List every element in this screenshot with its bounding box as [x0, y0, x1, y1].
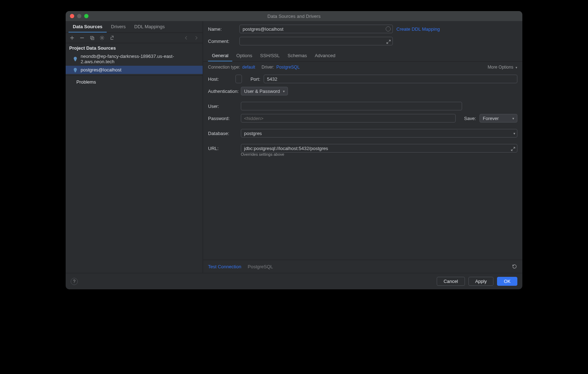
- authentication-select[interactable]: User & Password ▾: [241, 87, 288, 95]
- chevron-down-icon: ▾: [512, 116, 514, 120]
- tab-drivers[interactable]: Drivers: [107, 21, 130, 33]
- dialog-footer: ? Cancel Apply OK: [66, 273, 522, 289]
- tab-data-sources[interactable]: Data Sources: [69, 21, 107, 33]
- comment-label: Comment:: [208, 39, 236, 44]
- more-options-link[interactable]: More Options ▾: [488, 65, 517, 70]
- duplicate-icon[interactable]: [89, 35, 95, 41]
- revert-icon[interactable]: [512, 264, 517, 269]
- user-label: User:: [208, 104, 237, 109]
- comment-input[interactable]: [239, 37, 393, 45]
- project-data-sources-header: Project Data Sources: [66, 43, 203, 52]
- sidebar-toolbar: [66, 33, 203, 43]
- svg-rect-0: [91, 36, 93, 39]
- url-note: Overrides settings above: [241, 152, 517, 156]
- tab-ssh-ssl[interactable]: SSH/SSL: [256, 50, 284, 61]
- tab-general[interactable]: General: [208, 50, 232, 61]
- form-header: Name: Create DDL Mapping Comment:: [203, 21, 522, 49]
- save-select[interactable]: Forever ▾: [480, 114, 517, 123]
- dialog-body: Data Sources Drivers DDL Mappings Projec…: [66, 21, 522, 273]
- remove-icon[interactable]: [79, 35, 85, 41]
- url-input[interactable]: [241, 144, 517, 153]
- export-icon[interactable]: [109, 35, 115, 41]
- problems-section[interactable]: Problems: [66, 75, 203, 86]
- chevron-down-icon: ▾: [283, 89, 285, 93]
- help-icon[interactable]: ?: [71, 278, 78, 285]
- apply-button[interactable]: Apply: [468, 277, 494, 286]
- user-input[interactable]: [241, 102, 462, 110]
- data-source-label: postgres@localhost: [81, 67, 121, 73]
- password-label: Password:: [208, 116, 237, 121]
- data-source-label: neondb@ep-fancy-darkness-189637.us-east-…: [81, 54, 199, 64]
- status-bar: Test Connection PostgreSQL: [203, 260, 522, 273]
- expand-icon[interactable]: [386, 39, 391, 43]
- name-label: Name:: [208, 26, 236, 32]
- svg-point-2: [101, 37, 103, 39]
- authentication-label: Authentication:: [208, 89, 237, 94]
- postgres-icon: [73, 68, 78, 73]
- sidebar: Data Sources Drivers DDL Mappings Projec…: [66, 21, 203, 273]
- config-tabs: General Options SSH/SSL Schemas Advanced: [203, 50, 522, 62]
- form-body: Host: Port: Authentication: User & Passw…: [203, 73, 522, 156]
- save-label: Save:: [464, 116, 476, 121]
- minimize-window-icon[interactable]: [77, 14, 81, 18]
- forward-icon[interactable]: [193, 35, 199, 41]
- svg-rect-1: [91, 37, 94, 40]
- name-input[interactable]: [239, 25, 393, 33]
- add-icon[interactable]: [69, 35, 75, 41]
- postgres-icon: [73, 56, 78, 61]
- window-title: Data Sources and Drivers: [268, 14, 321, 19]
- tab-options[interactable]: Options: [232, 50, 256, 61]
- maximize-window-icon[interactable]: [84, 14, 88, 18]
- meta-row: Connection type: default Driver: Postgre…: [203, 62, 522, 73]
- data-source-item-selected[interactable]: postgres@localhost: [66, 66, 203, 74]
- port-label: Port:: [250, 76, 260, 82]
- port-input[interactable]: [264, 75, 517, 83]
- tab-schemas[interactable]: Schemas: [284, 50, 311, 61]
- back-icon[interactable]: [183, 35, 189, 41]
- host-label: Host:: [208, 76, 232, 82]
- data-source-list: neondb@ep-fancy-darkness-189637.us-east-…: [66, 52, 203, 74]
- traffic-lights: [70, 14, 88, 18]
- titlebar: Data Sources and Drivers: [66, 11, 522, 21]
- create-ddl-mapping-link[interactable]: Create DDL Mapping: [396, 26, 440, 32]
- dialog-window: Data Sources and Drivers Data Sources Dr…: [66, 11, 522, 289]
- driver-link[interactable]: PostgreSQL: [276, 65, 299, 70]
- gear-icon[interactable]: [99, 35, 105, 41]
- status-driver-name: PostgreSQL: [248, 264, 273, 269]
- close-window-icon[interactable]: [70, 14, 74, 18]
- sidebar-tabs: Data Sources Drivers DDL Mappings: [66, 21, 203, 33]
- chevron-down-icon[interactable]: ▾: [513, 131, 515, 135]
- data-source-item[interactable]: neondb@ep-fancy-darkness-189637.us-east-…: [66, 52, 203, 66]
- expand-icon[interactable]: [511, 146, 515, 150]
- driver-label: Driver:: [262, 65, 274, 70]
- color-picker-icon[interactable]: [386, 26, 391, 31]
- tab-advanced[interactable]: Advanced: [311, 50, 339, 61]
- tab-ddl-mappings[interactable]: DDL Mappings: [130, 21, 169, 33]
- test-connection-link[interactable]: Test Connection: [208, 264, 241, 269]
- database-label: Database:: [208, 131, 237, 136]
- connection-type-link[interactable]: default: [242, 65, 255, 70]
- cancel-button[interactable]: Cancel: [437, 277, 465, 286]
- connection-type-label: Connection type:: [208, 65, 240, 70]
- url-label: URL:: [208, 146, 237, 151]
- host-input[interactable]: [235, 75, 242, 83]
- chevron-down-icon: ▾: [516, 66, 517, 69]
- database-input[interactable]: [241, 129, 517, 138]
- ok-button[interactable]: OK: [497, 277, 517, 286]
- main-panel: Name: Create DDL Mapping Comment:: [203, 21, 522, 273]
- password-input[interactable]: [241, 114, 456, 123]
